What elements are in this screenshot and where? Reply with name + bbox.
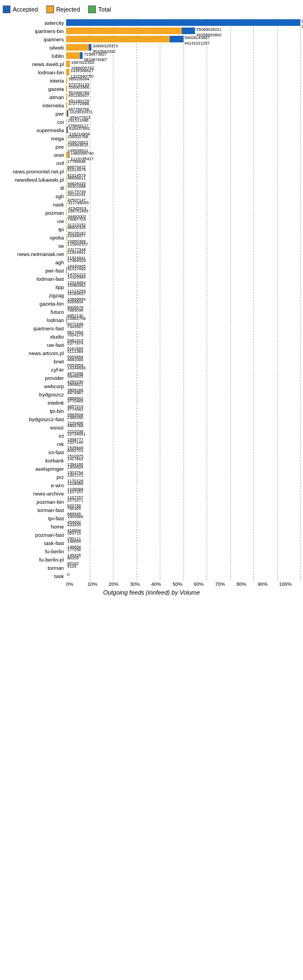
table-row: itpp15080062 11114293 — [3, 283, 300, 291]
row-label: uw-fast — [3, 342, 66, 348]
legend-rejected: Rejected — [46, 6, 80, 13]
table-row: coi291511686 279693117 — [3, 118, 300, 126]
row-label: torman — [3, 565, 66, 571]
row-label: webcorp — [3, 383, 66, 389]
row-label: newsfeed.lukawski.pl — [3, 177, 66, 183]
row-label: se — [3, 243, 66, 249]
row-label: astercity — [3, 20, 66, 26]
table-row: bnet4681000 5553859 — [3, 357, 300, 365]
x-tick: 0% — [66, 581, 88, 587]
table-row: torman9129 — [3, 564, 300, 571]
bar-area: 4681000 5553859 — [66, 358, 300, 364]
row-label: provider — [3, 375, 66, 381]
table-row: news.4web.pl1667822333 1666605742 — [3, 60, 300, 68]
bar-rejected — [66, 77, 67, 84]
row-label: itpp — [3, 284, 66, 290]
bars-and-grid: astercity99903146814 92239496543ipartner… — [3, 19, 300, 580]
legend: Accepted Rejected Total — [3, 6, 300, 13]
bar-area: 88602325 30228187 — [66, 226, 300, 232]
row-label: coi — [3, 119, 66, 125]
bar-area: 14329984 12314854 — [66, 275, 300, 282]
grid-line-10 — [300, 19, 301, 580]
row-label: tpi-bin — [3, 408, 66, 414]
x-tick: 50% — [172, 581, 194, 587]
table-row: se115842557 23177346 — [3, 242, 300, 249]
table-row: tpi-bin3774942 3583508 — [3, 407, 300, 415]
table-row: task0 — [3, 572, 300, 580]
bar-area: 1480069740 1119195417 — [66, 151, 300, 158]
table-row: korbank1417842 1394166 — [3, 456, 300, 464]
bar-area: 1667822333 1666605742 — [66, 61, 300, 67]
table-row: cyf-kr14244630 4671895 — [3, 366, 300, 373]
bar-rejected — [66, 118, 67, 125]
table-row: pozman-fast353715 250111 — [3, 531, 300, 538]
legend-accepted-label: Accepted — [13, 6, 38, 13]
x-tick: 30% — [130, 581, 152, 587]
table-row: bydgoszcz-fast2386290 2220496 — [3, 415, 300, 423]
chart-area: astercity99903146814 92239496543ipartner… — [3, 19, 300, 580]
table-row: tpi88602325 30228187 — [3, 225, 300, 233]
row-label: tpi-fast — [3, 515, 66, 521]
table-row: gazeta-bin9265604 9000679 — [3, 300, 300, 307]
legend-rejected-box — [46, 6, 54, 13]
table-row: axelspringer1306626 1303794 — [3, 465, 300, 472]
bar-rejected — [66, 127, 67, 133]
bar-area: 1000966 454692 — [66, 515, 300, 521]
row-label: news.netmaniak.net — [3, 251, 66, 257]
row-label: nask — [3, 202, 66, 208]
bar-rejected — [66, 143, 67, 150]
row-label: e-wro — [3, 482, 66, 488]
row-label: task — [3, 573, 66, 579]
row-label: ipartners-fast — [3, 325, 66, 331]
row-label: news.artcom.pl — [3, 350, 66, 356]
table-row: lodman-bin1435368627 1322940750 — [3, 68, 300, 76]
bar-rejected — [66, 52, 80, 59]
bar-area: 169963615 149939911 — [66, 143, 300, 150]
bar-rejected — [66, 36, 170, 42]
row-label: ict-fast — [3, 449, 66, 455]
table-row: ipartners50008143807 44141021207 — [3, 35, 300, 43]
bar-area: 7024179 5461415 — [66, 333, 300, 340]
table-row: uw79087703 31213152 — [3, 217, 300, 225]
bar-area: 14244630 4671895 — [66, 366, 300, 373]
row-label: mega — [3, 135, 66, 141]
row-label: pozman-bin — [3, 499, 66, 505]
bar-accepted — [66, 19, 300, 26]
row-label: torman-fast — [3, 507, 66, 513]
bar-area: 149654 149654 — [66, 540, 300, 546]
bar-accepted — [66, 201, 67, 208]
row-label: fu-berlin-pl — [3, 557, 66, 563]
table-row: prz1347272 1170126 — [3, 473, 300, 481]
bar-area: 15080062 11114293 — [66, 284, 300, 290]
row-label: pozman — [3, 210, 66, 216]
row-label: rsk — [3, 441, 66, 447]
bar-area: 9129 — [66, 564, 300, 571]
table-row: task-fast149654 149654 — [3, 539, 300, 547]
table-row: ict10734691 1598777 — [3, 432, 300, 439]
table-row: mega158532768 109070822 — [3, 134, 300, 142]
row-label: pwr-fast — [3, 268, 66, 274]
table-row: bydgoszcz4874987 3866842 — [3, 390, 300, 398]
row-label: lodman-fast — [3, 276, 66, 282]
table-row: opoka24344077 23850399 — [3, 233, 300, 241]
row-label: pse — [3, 144, 66, 150]
row-label: tpi — [3, 226, 66, 232]
table-row: interia585026064 573731133 — [3, 77, 300, 84]
table-row: pwr1029020371 454477623 — [3, 110, 300, 117]
bar-area: 472772698 467769758 — [66, 102, 300, 108]
row-label: news-archive — [3, 491, 66, 497]
table-row: ipartners-fast7343567 5817894 — [3, 324, 300, 332]
table-row: home433203 416894 — [3, 522, 300, 530]
row-label: bydgoszcz — [3, 391, 66, 398]
bar-area: 86359 85192 — [66, 556, 300, 563]
row-label: fu-berlin — [3, 548, 66, 554]
bar-area: 9265604 9000679 — [66, 300, 300, 307]
row-label: korbank — [3, 458, 66, 464]
row-label: gazeta-bin — [3, 301, 66, 307]
bar-area: 99903146814 92239496543 — [66, 19, 300, 26]
bar-area: 3999621 3806166 — [66, 383, 300, 389]
legend-rejected-label: Rejected — [56, 6, 80, 13]
table-row: news.netmaniak.net21924641 21924641 — [3, 250, 300, 258]
bar-area: 196751465 34892002 — [66, 209, 300, 216]
row-label: uw — [3, 218, 66, 224]
